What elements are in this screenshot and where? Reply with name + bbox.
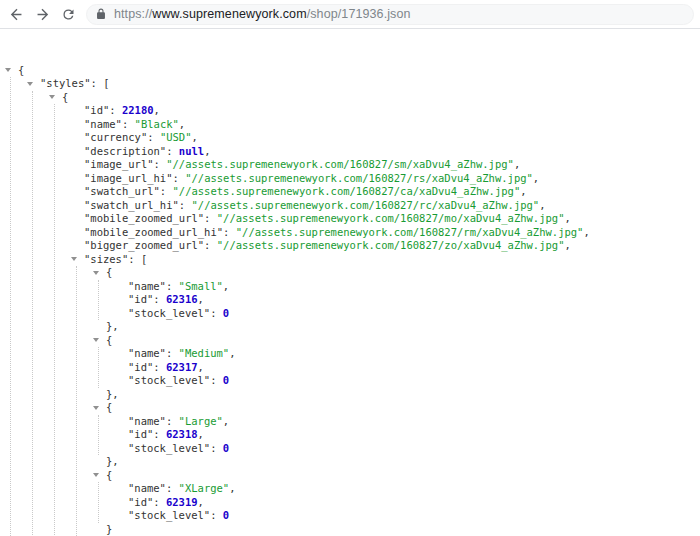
json-punctuation: , [198,361,204,373]
back-button[interactable] [3,1,29,27]
json-punctuation: [ [103,77,109,89]
json-key: "stock_level" [128,307,210,319]
json-line: "mobile_zoomed_url": "//assets.supremene… [55,212,700,226]
json-literal-value: 0 [223,374,229,386]
json-key: "bigger_zoomed_url" [84,239,204,251]
json-punctuation: : [204,239,217,251]
url-text: https://www.supremenewyork.com/shop/1719… [114,7,411,21]
json-literal-value: 0 [223,442,229,454]
json-key: "id" [84,104,109,116]
json-tree: {"styles": [{"id": 22180,"name": "Black"… [0,64,700,536]
back-arrow-icon [8,6,25,23]
json-string-value: "Large" [179,415,223,427]
expand-triangle-icon[interactable] [93,338,99,342]
json-punctuation: , [198,293,204,305]
json-key: "currency" [84,131,147,143]
json-string-value: "Small" [179,280,223,292]
json-punctuation: : [166,482,179,494]
json-punctuation: { [62,91,68,103]
json-line: { [77,266,700,280]
json-punctuation: { [106,401,112,413]
json-string-value: "//assets.supremenewyork.com/160827/ca/x… [173,185,521,197]
json-line: "stock_level": 0 [99,374,700,388]
json-punctuation: , [229,347,235,359]
json-key: "sizes" [84,253,128,265]
json-children: "name": "XLarge","id": 62319,"stock_leve… [98,482,700,523]
url-scheme: https:// [114,7,152,21]
json-line: "id": 62317, [99,361,700,375]
json-children: {"id": 22180,"name": "Black","currency":… [32,91,700,536]
json-literal-value: 62319 [166,496,198,508]
json-string-value: "//assets.supremenewyork.com/160827/rm/x… [236,226,584,238]
forward-arrow-icon [34,6,51,23]
json-key: "stock_level" [128,509,210,521]
json-line: }, [77,455,700,469]
json-key: "name" [128,415,166,427]
json-line: "currency": "USD", [55,131,700,145]
json-literal-value: 0 [223,509,229,521]
json-punctuation: : [210,509,223,521]
json-children: "name": "Medium","id": 62317,"stock_leve… [98,347,700,388]
json-key: "id" [128,428,153,440]
json-punctuation: : [166,145,179,157]
json-punctuation: : [153,361,166,373]
json-line: "swatch_url_hi": "//assets.supremenewyor… [55,199,700,213]
json-line: { [77,469,700,483]
json-line: }, [77,388,700,402]
json-string-value: "//assets.supremenewyork.com/160827/sm/x… [166,158,514,170]
json-key: "name" [128,347,166,359]
json-string-value: "//assets.supremenewyork.com/160827/rs/x… [185,172,533,184]
json-punctuation: , [198,428,204,440]
json-line: "image_url_hi": "//assets.supremenewyork… [55,172,700,186]
json-line: "stock_level": 0 [99,442,700,456]
json-punctuation: } [106,523,112,535]
json-literal-value: 62318 [166,428,198,440]
json-children: "id": 22180,"name": "Black","currency": … [54,104,700,536]
json-punctuation: : [173,172,186,184]
json-punctuation: , [229,482,235,494]
json-key: "name" [84,118,122,130]
json-punctuation: , [179,118,185,130]
json-line: "id": 62316, [99,293,700,307]
json-punctuation: }, [106,455,119,467]
json-line: "name": "Black", [55,118,700,132]
json-line: "name": "Medium", [99,347,700,361]
expand-triangle-icon[interactable] [27,82,33,86]
json-punctuation: : [166,347,179,359]
reload-button[interactable] [55,1,81,27]
json-key: "mobile_zoomed_url_hi" [84,226,223,238]
url-bar[interactable]: https://www.supremenewyork.com/shop/1719… [86,4,694,25]
json-punctuation: , [204,145,210,157]
json-key: "name" [128,482,166,494]
json-line: "name": "XLarge", [99,482,700,496]
json-key: "stock_level" [128,374,210,386]
expand-triangle-icon[interactable] [49,95,55,99]
json-key: "stock_level" [128,442,210,454]
json-string-value: "USD" [160,131,192,143]
expand-triangle-icon[interactable] [93,271,99,275]
json-key: "id" [128,496,153,508]
json-punctuation: : [153,428,166,440]
expand-triangle-icon[interactable] [93,406,99,410]
expand-triangle-icon[interactable] [5,68,11,72]
expand-triangle-icon[interactable] [93,473,99,477]
reload-icon [61,7,76,22]
json-punctuation: : [153,293,166,305]
json-punctuation: : [153,496,166,508]
expand-triangle-icon[interactable] [71,257,77,261]
json-punctuation: : [210,374,223,386]
json-punctuation: : [122,118,135,130]
json-punctuation: { [106,469,112,481]
json-punctuation: [ [141,253,147,265]
json-children: "name": "Small","id": 62316,"stock_level… [98,280,700,321]
json-punctuation: { [106,266,112,278]
json-punctuation: : [179,199,192,211]
json-punctuation: : [160,185,173,197]
forward-button[interactable] [29,1,55,27]
json-literal-value: 62316 [166,293,198,305]
json-line: "image_url": "//assets.supremenewyork.co… [55,158,700,172]
json-line: }, [77,320,700,334]
json-punctuation: : [154,158,167,170]
json-punctuation: , [154,104,160,116]
json-string-value: "Black" [135,118,179,130]
